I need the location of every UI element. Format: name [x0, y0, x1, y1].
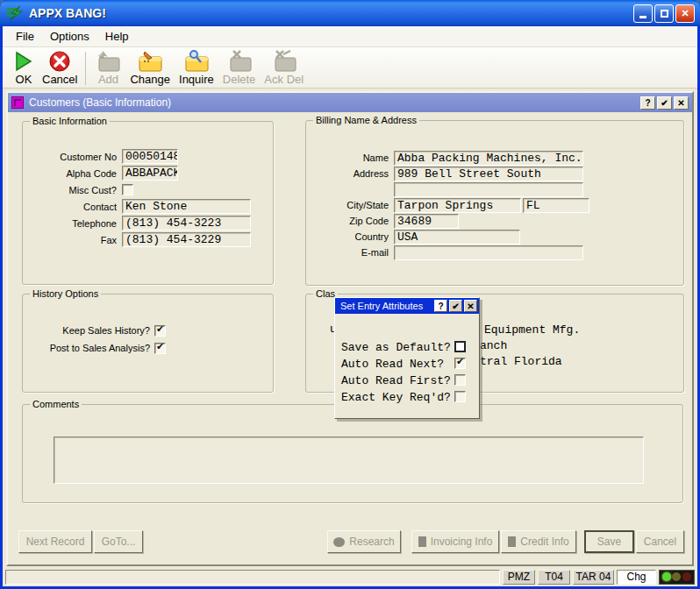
classification-value-3: tral Florida [480, 355, 562, 368]
next-record-button[interactable]: Next Record [18, 530, 92, 553]
basic-information-legend: Basic Information [30, 116, 110, 126]
address-label: Address [306, 168, 389, 179]
invoicing-info-button[interactable]: Invoicing Info [411, 530, 499, 553]
name-label: Name [306, 153, 389, 163]
note-pencil-icon [136, 50, 164, 73]
country-field[interactable]: USA [394, 230, 520, 245]
toolbar-change-label: Change [130, 73, 170, 86]
note-x2-icon [271, 50, 297, 73]
post-to-sales-analysis-checkbox[interactable] [154, 343, 166, 354]
dialog-ok-button[interactable]: ✔ [449, 300, 462, 312]
mdi-ok-button[interactable]: ✔ [657, 96, 672, 110]
statusbar: PMZ T04 TAR 04 Chg [3, 568, 697, 586]
zip-code-field[interactable]: 34689 [394, 214, 459, 229]
note-x-icon [226, 50, 253, 73]
post-to-sales-analysis-label: Post to Sales Analysis? [23, 343, 150, 353]
misc-cust-checkbox[interactable] [122, 184, 133, 195]
dialog-help-button[interactable]: ? [434, 300, 447, 312]
research-button[interactable]: Research [327, 530, 401, 553]
contact-label: Contact [23, 202, 117, 212]
customer-no-label: Customer No [23, 152, 117, 162]
address-line1-field[interactable]: 989 Bell Street South [394, 167, 583, 181]
auto-read-next-checkbox[interactable] [454, 358, 466, 369]
research-label: Research [349, 536, 394, 548]
invoicing-info-label: Invoicing Info [431, 536, 493, 548]
save-button[interactable]: Save [584, 530, 634, 553]
window-title: APPX BANG! [29, 6, 633, 20]
credit-info-button[interactable]: Credit Info [501, 530, 576, 553]
exact-key-reqd-checkbox[interactable] [454, 391, 466, 402]
menu-help[interactable]: Help [97, 27, 137, 46]
contact-field[interactable]: Ken Stone [122, 199, 251, 214]
amber-lamp-icon [672, 572, 681, 581]
save-as-default-checkbox[interactable] [454, 341, 466, 352]
mdi-close-button[interactable]: ✕ [674, 96, 689, 110]
titlebar: APPX BANG! ✕ [0, 0, 700, 26]
dialog-close-button[interactable]: ✕ [464, 300, 477, 312]
green-lamp-icon [662, 572, 671, 581]
note-star-icon [95, 50, 121, 73]
toolbar: OK Cancel [3, 47, 697, 89]
state-field[interactable]: FL [523, 198, 589, 213]
mdi-help-button[interactable]: ? [640, 96, 655, 110]
exact-key-reqd-label: Exact Key Req'd? [341, 391, 451, 404]
keep-sales-history-label: Keep Sales History? [23, 325, 150, 336]
status-panel-chg: Chg [617, 570, 656, 585]
status-panel-t04: T04 [538, 570, 570, 585]
cancel-red-x-icon [49, 50, 70, 73]
research-bubble-icon [333, 537, 345, 547]
toolbar-ackdel-button: Ack Del [260, 50, 308, 86]
status-message [5, 570, 500, 585]
cancel-button[interactable]: Cancel [636, 530, 684, 553]
keep-sales-history-checkbox[interactable] [154, 325, 166, 337]
auto-read-first-checkbox[interactable] [454, 374, 466, 386]
comments-field[interactable] [54, 436, 644, 484]
country-label: Country [306, 231, 389, 242]
fax-field[interactable]: (813) 454-3229 [122, 232, 251, 247]
toolbar-ok-label: OK [16, 73, 32, 86]
history-options-legend: History Options [30, 288, 101, 299]
menu-file[interactable]: File [8, 27, 42, 46]
toolbar-inquire-button[interactable]: Inquire [175, 50, 218, 86]
toolbar-change-button[interactable]: Change [125, 50, 175, 86]
close-icon: ✕ [681, 8, 689, 19]
ok-play-icon [14, 50, 33, 73]
customers-window-icon [11, 96, 24, 109]
cancel-label: Cancel [644, 536, 676, 548]
maximize-button[interactable] [654, 4, 674, 23]
toolbar-cancel-label: Cancel [42, 73, 77, 86]
menubar: File Options Help [3, 26, 697, 47]
city-state-label: City/State [306, 200, 389, 210]
auto-read-next-label: Auto Read Next? [341, 358, 444, 371]
toolbar-ackdel-label: Ack Del [264, 73, 304, 86]
toolbar-add-label: Add [98, 73, 118, 86]
history-options-group: History Options Keep Sales History? Post… [22, 294, 274, 393]
customers-window: Customers (Basic Information) ? ✔ ✕ Basi… [6, 91, 694, 566]
toolbar-ok-button[interactable]: OK [10, 50, 38, 86]
maximize-icon [661, 10, 668, 18]
toolbar-cancel-button[interactable]: Cancel [38, 50, 82, 86]
set-entry-attributes-dialog: Set Entry Attributes ? ✔ ✕ Save as Defau… [334, 297, 480, 419]
city-field[interactable]: Tarpon Springs [394, 198, 521, 213]
alpha-code-field[interactable]: ABBAPACK [122, 166, 178, 181]
auto-read-first-label: Auto Read First? [341, 374, 451, 387]
menu-options[interactable]: Options [42, 27, 97, 46]
goto-label: GoTo... [102, 536, 136, 548]
toolbar-delete-button: Delete [218, 50, 261, 86]
credit-doc-icon [508, 536, 516, 547]
customer-no-field[interactable]: 00050148 [122, 149, 178, 164]
minimize-button[interactable] [633, 4, 653, 23]
toolbar-add-button: Add [90, 50, 125, 86]
red-lamp-icon [682, 572, 691, 581]
name-field[interactable]: Abba Packing Machines, Inc. [394, 151, 583, 166]
classification-value-1: Equipment Mfg. [484, 323, 580, 337]
customers-titlebar: Customers (Basic Information) ? ✔ ✕ [8, 93, 692, 112]
email-field[interactable] [394, 245, 583, 260]
telephone-field[interactable]: (813) 454-3223 [122, 216, 251, 231]
basic-information-group: Basic Information Customer No 00050148 A… [22, 121, 274, 285]
dialog-title: Set Entry Attributes [340, 301, 432, 311]
credit-info-label: Credit Info [520, 536, 568, 548]
address-line2-field[interactable] [394, 182, 583, 197]
goto-button[interactable]: GoTo... [94, 530, 143, 553]
close-button[interactable]: ✕ [675, 4, 695, 23]
